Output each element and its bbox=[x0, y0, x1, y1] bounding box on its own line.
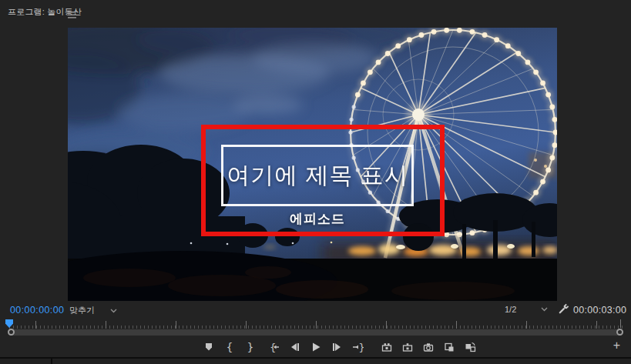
transport-controls: { } { } bbox=[24, 337, 631, 357]
chevron-down-icon bbox=[541, 307, 548, 312]
ruler-end-tick bbox=[620, 319, 621, 328]
zoom-level-dropdown[interactable]: 맞추기 bbox=[69, 305, 117, 316]
step-forward-icon bbox=[331, 341, 343, 353]
marker-icon bbox=[203, 341, 215, 353]
play-button[interactable] bbox=[309, 340, 323, 354]
lift-button[interactable] bbox=[380, 340, 394, 354]
panel-divider bbox=[51, 359, 52, 364]
red-annotation-rectangle bbox=[201, 125, 445, 236]
camera-icon bbox=[422, 341, 435, 353]
go-to-out-button[interactable]: } bbox=[351, 340, 364, 354]
play-icon bbox=[310, 341, 322, 353]
settings-button[interactable] bbox=[556, 302, 570, 316]
wrench-icon bbox=[556, 302, 570, 316]
go-to-in-button[interactable]: { bbox=[267, 340, 281, 354]
video-preview: 여기에 제목 표시 에피소드 bbox=[68, 28, 557, 301]
multi-camera-icon bbox=[464, 341, 476, 353]
go-to-out-icon: } bbox=[351, 341, 364, 353]
lift-icon bbox=[381, 341, 393, 353]
export-frame-button[interactable] bbox=[421, 340, 435, 354]
multi-camera-button[interactable] bbox=[463, 340, 477, 354]
extract-button[interactable] bbox=[401, 340, 415, 354]
lower-panel-edge bbox=[0, 357, 631, 364]
step-forward-button[interactable] bbox=[330, 340, 344, 354]
step-back-icon bbox=[289, 341, 301, 353]
comparison-view-icon bbox=[443, 341, 455, 353]
playback-resolution-value: 1/2 bbox=[505, 305, 516, 314]
mark-in-button[interactable]: { bbox=[223, 340, 237, 354]
monitor-scrollbar[interactable] bbox=[8, 329, 623, 336]
current-timecode[interactable]: 00:00:00:00 bbox=[10, 305, 64, 316]
program-monitor-panel: 프로그램: 놀이동산 bbox=[0, 0, 631, 364]
go-to-in-icon: { bbox=[268, 341, 280, 353]
playback-resolution-dropdown[interactable]: 1/2 bbox=[505, 305, 548, 314]
mark-in-icon: { bbox=[227, 342, 233, 352]
zoom-level-value: 맞추기 bbox=[69, 305, 95, 316]
monitor-time-ruler[interactable] bbox=[0, 317, 631, 329]
chevron-down-icon bbox=[110, 309, 117, 313]
extract-icon bbox=[401, 341, 414, 353]
step-back-button[interactable] bbox=[288, 340, 302, 354]
mark-out-icon: } bbox=[247, 342, 254, 352]
svg-text:}: } bbox=[359, 342, 364, 353]
mark-out-button[interactable]: } bbox=[243, 340, 257, 354]
panel-menu-icon[interactable] bbox=[68, 8, 76, 15]
out-duration-timecode: 00:00:03:00 bbox=[573, 305, 626, 316]
scrollbar-right-handle[interactable] bbox=[616, 329, 623, 336]
panel-header: 프로그램: 놀이동산 bbox=[0, 0, 631, 22]
scrollbar-left-handle[interactable] bbox=[8, 329, 15, 336]
add-marker-button[interactable] bbox=[202, 340, 216, 354]
comparison-view-button[interactable] bbox=[442, 340, 456, 354]
button-editor-add-button[interactable]: + bbox=[613, 339, 620, 352]
